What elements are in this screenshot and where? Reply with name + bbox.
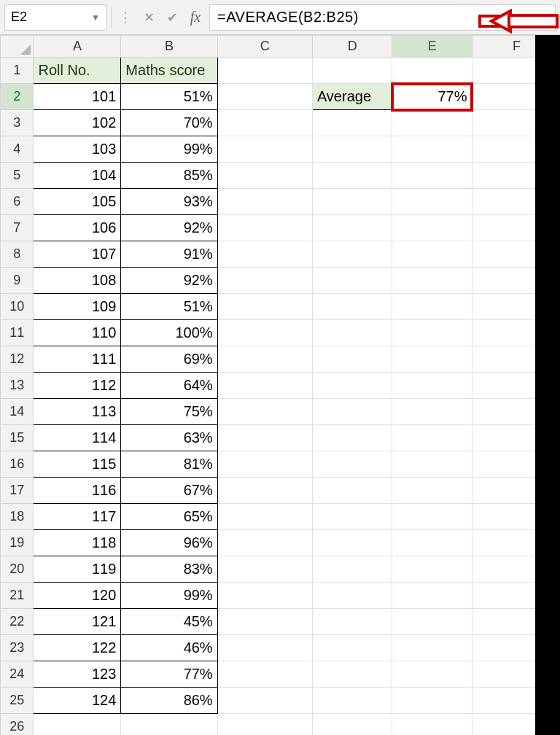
cell-E24[interactable] xyxy=(392,661,472,688)
cell-B20[interactable]: 83% xyxy=(121,556,217,583)
cell-A19[interactable]: 118 xyxy=(34,530,121,556)
cell-E1[interactable] xyxy=(392,58,472,84)
cell-A20[interactable]: 119 xyxy=(34,556,121,583)
cell-A21[interactable]: 120 xyxy=(34,583,121,609)
cell-A18[interactable]: 117 xyxy=(34,504,121,530)
cell-D11[interactable] xyxy=(312,320,392,346)
row-header-1[interactable]: 1 xyxy=(1,58,34,84)
cell-E19[interactable] xyxy=(392,530,472,556)
cell-C8[interactable] xyxy=(217,241,312,268)
cell-B18[interactable]: 65% xyxy=(121,504,217,530)
cell-C24[interactable] xyxy=(217,661,312,688)
column-header-B[interactable]: B xyxy=(121,36,217,58)
row-header-4[interactable]: 4 xyxy=(1,136,34,163)
cell-A12[interactable]: 111 xyxy=(34,346,121,373)
cell-B21[interactable]: 99% xyxy=(121,583,217,609)
cell-E21[interactable] xyxy=(392,583,472,609)
cell-E12[interactable] xyxy=(392,346,472,373)
row-header-11[interactable]: 11 xyxy=(1,320,34,346)
cell-D25[interactable] xyxy=(312,688,392,714)
row-header-2[interactable]: 2 xyxy=(1,84,34,110)
cell-C21[interactable] xyxy=(217,583,312,609)
cell-C17[interactable] xyxy=(217,478,312,504)
cell-A11[interactable]: 110 xyxy=(34,320,121,346)
cell-C6[interactable] xyxy=(217,189,312,215)
cell-E20[interactable] xyxy=(392,556,472,583)
cell-C4[interactable] xyxy=(217,136,312,163)
cell-C13[interactable] xyxy=(217,373,312,399)
row-header-25[interactable]: 25 xyxy=(1,688,34,714)
row-header-21[interactable]: 21 xyxy=(1,583,34,609)
cancel-icon[interactable]: ✕ xyxy=(139,8,158,27)
cell-E25[interactable] xyxy=(392,688,472,714)
cell-E18[interactable] xyxy=(392,504,472,530)
cell-B24[interactable]: 77% xyxy=(121,661,217,688)
row-header-22[interactable]: 22 xyxy=(1,609,34,635)
cell-B4[interactable]: 99% xyxy=(121,136,217,163)
cell-D18[interactable] xyxy=(312,504,392,530)
cell-A4[interactable]: 103 xyxy=(34,136,121,163)
cell-C11[interactable] xyxy=(217,320,312,346)
cell-B7[interactable]: 92% xyxy=(121,215,217,241)
cell-A22[interactable]: 121 xyxy=(34,609,121,635)
cell-E4[interactable] xyxy=(392,136,472,163)
cell-C3[interactable] xyxy=(217,110,312,136)
cell-D5[interactable] xyxy=(312,163,392,189)
row-header-20[interactable]: 20 xyxy=(1,556,34,583)
cell-A17[interactable]: 116 xyxy=(34,478,121,504)
cell-B14[interactable]: 75% xyxy=(121,399,217,425)
cell-C25[interactable] xyxy=(217,688,312,714)
column-header-E[interactable]: E xyxy=(392,36,472,58)
cell-D21[interactable] xyxy=(312,583,392,609)
cell-A2[interactable]: 101 xyxy=(34,84,121,110)
cell-C20[interactable] xyxy=(217,556,312,583)
cell-C9[interactable] xyxy=(217,268,312,294)
cell-B9[interactable]: 92% xyxy=(121,268,217,294)
cell-E15[interactable] xyxy=(392,425,472,451)
cell-A16[interactable]: 115 xyxy=(34,451,121,478)
cell-B6[interactable]: 93% xyxy=(121,189,217,215)
row-header-5[interactable]: 5 xyxy=(1,163,34,189)
cell-D19[interactable] xyxy=(312,530,392,556)
cell-D10[interactable] xyxy=(312,294,392,320)
row-header-23[interactable]: 23 xyxy=(1,635,34,661)
row-header-15[interactable]: 15 xyxy=(1,425,34,451)
cell-D24[interactable] xyxy=(312,661,392,688)
cell-D22[interactable] xyxy=(312,609,392,635)
cell-A26[interactable] xyxy=(34,714,121,736)
column-header-A[interactable]: A xyxy=(34,36,121,58)
cell-E26[interactable] xyxy=(392,714,472,736)
column-header-D[interactable]: D xyxy=(312,36,392,58)
cell-C14[interactable] xyxy=(217,399,312,425)
cell-D23[interactable] xyxy=(312,635,392,661)
cell-D3[interactable] xyxy=(312,110,392,136)
cell-C16[interactable] xyxy=(217,451,312,478)
row-header-19[interactable]: 19 xyxy=(1,530,34,556)
row-header-14[interactable]: 14 xyxy=(1,399,34,425)
cell-C15[interactable] xyxy=(217,425,312,451)
row-header-17[interactable]: 17 xyxy=(1,478,34,504)
row-header-3[interactable]: 3 xyxy=(1,110,34,136)
cell-B26[interactable] xyxy=(121,714,217,736)
cell-A9[interactable]: 108 xyxy=(34,268,121,294)
cell-B17[interactable]: 67% xyxy=(121,478,217,504)
cell-B16[interactable]: 81% xyxy=(121,451,217,478)
cell-C19[interactable] xyxy=(217,530,312,556)
cell-B15[interactable]: 63% xyxy=(121,425,217,451)
cell-E13[interactable] xyxy=(392,373,472,399)
cell-A3[interactable]: 102 xyxy=(34,110,121,136)
cell-D20[interactable] xyxy=(312,556,392,583)
cell-C22[interactable] xyxy=(217,609,312,635)
column-header-C[interactable]: C xyxy=(217,36,312,58)
cell-E7[interactable] xyxy=(392,215,472,241)
cell-D16[interactable] xyxy=(312,451,392,478)
formula-input[interactable]: =AVERAGE(B2:B25) xyxy=(209,4,556,31)
row-header-24[interactable]: 24 xyxy=(1,661,34,688)
cell-A13[interactable]: 112 xyxy=(34,373,121,399)
cell-A24[interactable]: 123 xyxy=(34,661,121,688)
cell-E22[interactable] xyxy=(392,609,472,635)
cell-A14[interactable]: 113 xyxy=(34,399,121,425)
cell-E3[interactable] xyxy=(392,110,472,136)
cell-E14[interactable] xyxy=(392,399,472,425)
cell-D14[interactable] xyxy=(312,399,392,425)
